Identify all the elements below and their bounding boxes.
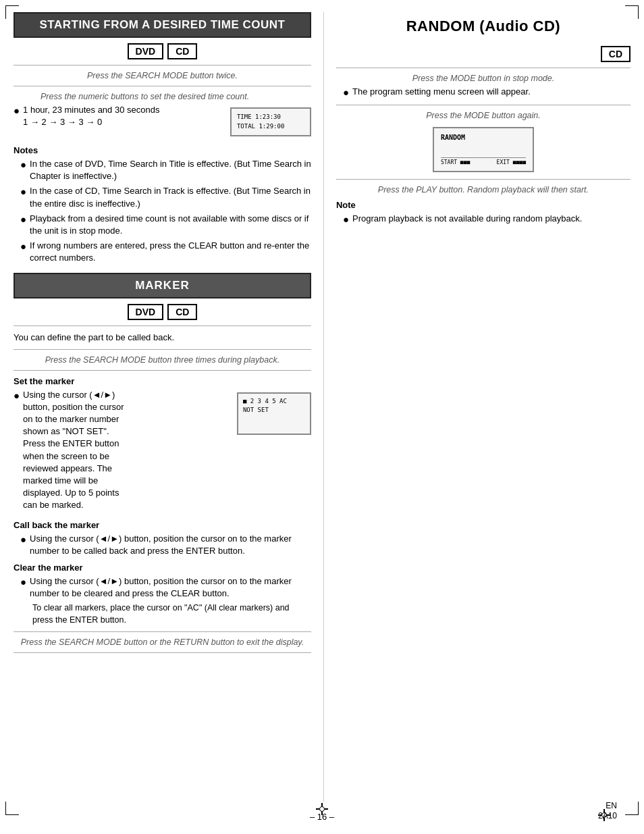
crosshair-circle: [319, 806, 325, 812]
clear-sub-note: To clear all markers, place the cursor o…: [32, 602, 311, 626]
section2-header: MARKER: [14, 273, 311, 298]
badge-cd-2: CD: [167, 304, 197, 320]
corner-tr: [625, 5, 639, 19]
right-divider2: [336, 105, 630, 105]
callback-bullet: ●: [20, 533, 26, 546]
screen-mockup-1: TIME 1:23:30 TOTAL 1:29:00: [230, 107, 311, 136]
clear-bullet-0: ●: [20, 575, 26, 589]
set-marker-text: ● Using the cursor (◄/►) button, positio…: [14, 389, 129, 515]
bottom-crosshair-container: [316, 803, 328, 815]
footer-code-line1: EN: [598, 801, 617, 812]
note-bullet-0: ●: [20, 158, 26, 172]
corner-tl: [5, 5, 19, 19]
callback-section: ● Using the cursor (◄/►) button, positio…: [20, 533, 311, 557]
bullet-row-1: ● 1 hour, 23 minutes and 30 seconds 1 → …: [14, 104, 163, 128]
random-step1: Press the MODE button in stop mode.: [336, 74, 630, 83]
right-badge-row: CD: [336, 46, 630, 62]
note-bullet-2: ●: [20, 213, 26, 226]
footer: – 16 – EN 2A10: [14, 808, 630, 822]
bullet-icon-1: ●: [14, 104, 20, 118]
callback-header: Call back the marker: [14, 520, 311, 530]
random-start: START ■■■: [441, 159, 470, 165]
note-bullet-3: ●: [20, 240, 26, 253]
random-screen-bar: START ■■■ EXIT ■■■■: [441, 157, 526, 165]
badge-dvd-2: DVD: [128, 304, 164, 320]
random-note-text-0: Program playback is not available during…: [352, 213, 582, 225]
random-bullet-icon-1: ●: [343, 86, 349, 99]
divider6: [14, 631, 311, 632]
set-marker-text-content: Using the cursor (◄/►) button, position …: [23, 389, 129, 512]
notes-section: ● In the case of DVD, Time Search in Tit…: [20, 158, 311, 265]
set-marker-header: Set the marker: [14, 376, 311, 386]
random-step2: Press the MODE button again.: [336, 111, 630, 120]
random-note-header: Note: [336, 200, 630, 210]
note-text-0: In the case of DVD, Time Search in Title…: [30, 158, 311, 182]
divider5: [14, 370, 311, 371]
random-step3: Press the PLAY button. Random playback w…: [336, 185, 630, 194]
set-marker-bullet: ●: [14, 389, 20, 402]
page: STARTING FROM A DESIRED TIME COUNT DVD C…: [0, 0, 644, 834]
note-bullet-1: ●: [20, 185, 26, 199]
bullet-text-1: 1 hour, 23 minutes and 30 seconds 1 → 2 …: [23, 104, 159, 128]
note-text-3: If wrong numbers are entered, press the …: [30, 240, 311, 264]
callback-text: Using the cursor (◄/►) button, position …: [30, 533, 311, 557]
random-screen: RANDOM START ■■■ EXIT ■■■■: [433, 127, 534, 172]
set-marker-row: ● Using the cursor (◄/►) button, positio…: [14, 389, 129, 512]
note-row-3: ● If wrong numbers are entered, press th…: [20, 240, 311, 264]
divider3: [14, 325, 311, 326]
clear-row-0: ● Using the cursor (◄/►) button, positio…: [20, 575, 311, 600]
bottom-crosshair: [316, 803, 328, 815]
callback-row: ● Using the cursor (◄/►) button, positio…: [20, 533, 311, 557]
set-marker-content: ● Using the cursor (◄/►) button, positio…: [14, 389, 311, 515]
random-screen-title: RANDOM: [441, 134, 526, 141]
marker-intro: You can define the part to be called bac…: [14, 332, 311, 344]
right-divider1: [336, 68, 630, 68]
section2-badges: DVD CD: [14, 304, 311, 320]
footer-code-line2: 2A10: [598, 811, 617, 822]
clear-section: ● Using the cursor (◄/►) button, positio…: [20, 575, 311, 626]
section-random-header: RANDOM (Audio CD): [336, 12, 630, 41]
marker-screen-line2: NOT SET: [243, 406, 305, 415]
random-exit: EXIT ■■■■: [497, 159, 526, 165]
footer-code: EN 2A10: [598, 801, 617, 822]
marker-screen-line1: ■ 2 3 4 5 AC: [243, 397, 305, 407]
divider7: [14, 652, 311, 653]
note-text-2: Playback from a desired time count is no…: [30, 213, 311, 237]
random-row-1: ● The program setting menu screen will a…: [343, 86, 630, 99]
divider1: [14, 65, 311, 66]
badge-dvd: DVD: [128, 43, 164, 59]
notes-header: Notes: [14, 145, 311, 155]
screen-marker: ■ 2 3 4 5 AC NOT SET: [237, 392, 311, 435]
badge-cd: CD: [167, 43, 197, 59]
note-row-2: ● Playback from a desired time count is …: [20, 213, 311, 237]
random-bullet1: ● The program setting menu screen will a…: [343, 86, 630, 99]
random-text-1: The program setting menu screen will app…: [352, 86, 531, 98]
right-column: RANDOM (Audio CD) CD Press the MODE butt…: [324, 12, 630, 802]
marker-step1: Press the SEARCH MODE button three times…: [14, 355, 311, 365]
main-columns: STARTING FROM A DESIRED TIME COUNT DVD C…: [14, 12, 630, 802]
screen-line-1: TIME 1:23:30: [237, 113, 304, 122]
clear-text-0: Using the cursor (◄/►) button, position …: [30, 575, 311, 600]
section1-header: STARTING FROM A DESIRED TIME COUNT: [14, 12, 311, 38]
note-text-1: In the case of CD, Time Search in Track …: [30, 185, 311, 209]
right-divider3: [336, 179, 630, 180]
random-note-row-0: ● Program playback is not available duri…: [343, 213, 630, 226]
bullet-sub-1: 1 → 2 → 3 → 3 → 0: [23, 117, 102, 127]
screen-line-2: TOTAL 1:29:00: [237, 122, 304, 132]
section1-badges: DVD CD: [14, 43, 311, 59]
note-row-0: ● In the case of DVD, Time Search in Tit…: [20, 158, 311, 182]
exit-instruction: Press the SEARCH MODE button or the RETU…: [14, 637, 311, 647]
step2-instruction: Press the numeric buttons to set the des…: [14, 92, 311, 101]
step1-instruction: Press the SEARCH MODE button twice.: [14, 71, 311, 80]
note-row-1: ● In the case of CD, Time Search in Trac…: [20, 185, 311, 209]
step2-content: ● 1 hour, 23 minutes and 30 seconds 1 → …: [14, 104, 311, 140]
left-column: STARTING FROM A DESIRED TIME COUNT DVD C…: [14, 12, 324, 802]
divider2: [14, 86, 311, 86]
divider4: [14, 349, 311, 350]
clear-header: Clear the marker: [14, 563, 311, 573]
step2-text: ● 1 hour, 23 minutes and 30 seconds 1 → …: [14, 104, 163, 131]
badge-cd-right: CD: [601, 46, 630, 62]
random-note-bullet-0: ●: [343, 213, 349, 226]
random-notes-section: ● Program playback is not available duri…: [343, 213, 630, 226]
random-screen-container: RANDOM START ■■■ EXIT ■■■■: [336, 127, 630, 172]
